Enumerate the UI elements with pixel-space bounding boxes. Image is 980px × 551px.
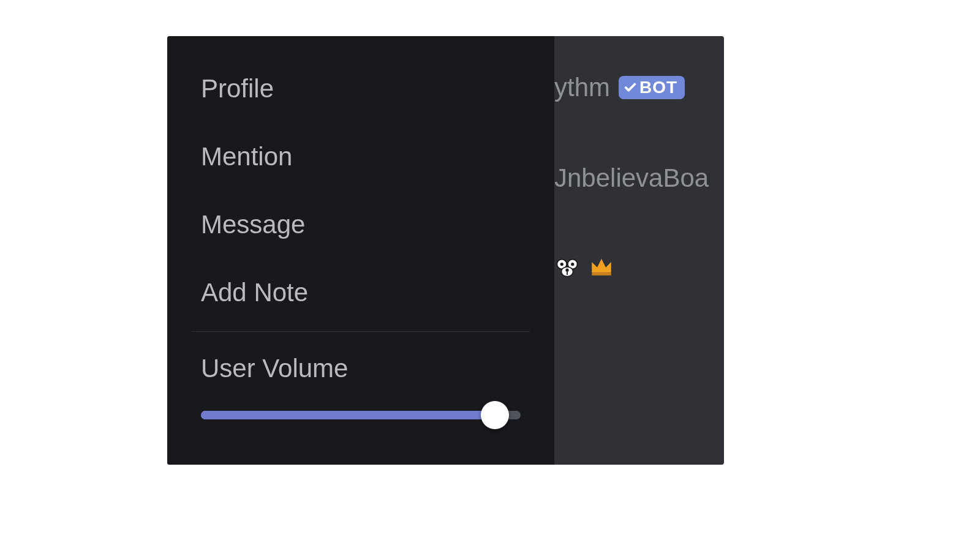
menu-divider (192, 331, 530, 332)
member-row[interactable] (554, 253, 614, 279)
member-row[interactable]: ythm BOT (554, 73, 685, 102)
user-volume-label: User Volume (201, 349, 521, 388)
menu-item-add-note[interactable]: Add Note (167, 258, 554, 326)
member-row[interactable]: JnbelievaBoa (554, 163, 709, 193)
app-viewport: ythm BOT JnbelievaBoa (167, 36, 724, 465)
check-icon (624, 81, 637, 94)
menu-item-profile[interactable]: Profile (167, 54, 554, 122)
slider-fill (201, 411, 495, 419)
svg-point-3 (571, 263, 574, 266)
svg-point-5 (565, 269, 568, 272)
bot-badge: BOT (619, 76, 685, 99)
user-volume-section: User Volume (167, 337, 554, 429)
menu-item-message[interactable]: Message (167, 190, 554, 258)
svg-rect-6 (592, 273, 611, 276)
bot-badge-text: BOT (639, 78, 677, 97)
member-name: ythm (554, 73, 610, 102)
user-context-menu: Profile Mention Message Add Note User Vo… (167, 36, 554, 465)
user-volume-slider[interactable] (201, 401, 521, 429)
svg-point-2 (560, 263, 564, 266)
menu-item-mention[interactable]: Mention (167, 122, 554, 190)
member-name: JnbelievaBoa (554, 163, 709, 193)
slider-thumb[interactable] (481, 401, 509, 429)
crown-icon (589, 253, 614, 279)
dog-icon (554, 253, 580, 279)
